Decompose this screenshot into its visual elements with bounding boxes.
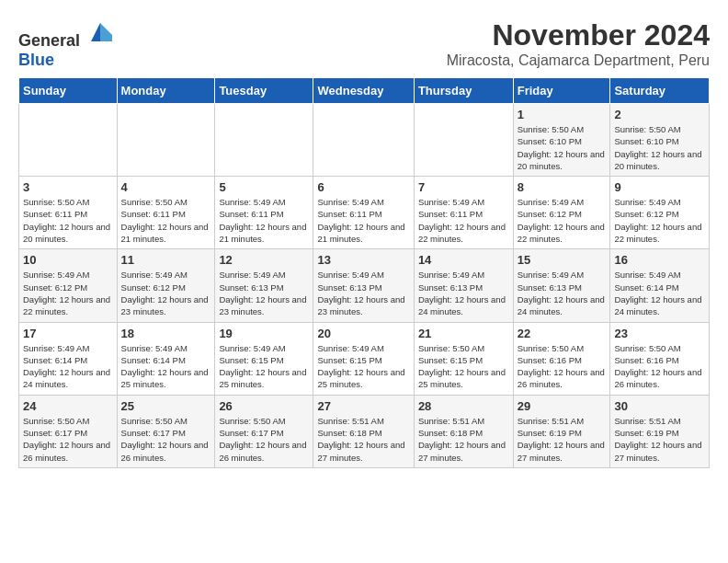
calendar-cell: 29Sunrise: 5:51 AM Sunset: 6:19 PM Dayli…	[513, 395, 610, 467]
day-info: Sunrise: 5:49 AM Sunset: 6:12 PM Dayligh…	[614, 196, 705, 245]
day-info: Sunrise: 5:49 AM Sunset: 6:14 PM Dayligh…	[614, 269, 705, 317]
day-number: 15	[518, 253, 607, 267]
calendar-cell: 17Sunrise: 5:49 AM Sunset: 6:14 PM Dayli…	[19, 322, 118, 395]
calendar-cell: 22Sunrise: 5:50 AM Sunset: 6:16 PM Dayli…	[513, 322, 610, 395]
calendar-cell: 16Sunrise: 5:49 AM Sunset: 6:14 PM Dayli…	[610, 249, 710, 322]
day-info: Sunrise: 5:49 AM Sunset: 6:12 PM Dayligh…	[121, 269, 211, 317]
title-section: November 2024 Miracosta, Cajamarca Depar…	[447, 18, 710, 69]
calendar-cell	[313, 104, 414, 177]
day-number: 7	[418, 180, 509, 194]
svg-marker-1	[100, 23, 112, 41]
day-info: Sunrise: 5:49 AM Sunset: 6:14 PM Dayligh…	[23, 342, 113, 391]
day-info: Sunrise: 5:49 AM Sunset: 6:13 PM Dayligh…	[518, 269, 607, 317]
day-info: Sunrise: 5:50 AM Sunset: 6:16 PM Dayligh…	[614, 342, 705, 391]
day-info: Sunrise: 5:50 AM Sunset: 6:16 PM Dayligh…	[518, 342, 607, 391]
day-number: 2	[614, 108, 705, 121]
day-info: Sunrise: 5:50 AM Sunset: 6:10 PM Dayligh…	[614, 123, 705, 172]
calendar-cell: 18Sunrise: 5:49 AM Sunset: 6:14 PM Dayli…	[117, 322, 215, 395]
calendar-cell: 11Sunrise: 5:49 AM Sunset: 6:12 PM Dayli…	[117, 249, 215, 322]
day-number: 25	[121, 399, 211, 413]
calendar-cell: 20Sunrise: 5:49 AM Sunset: 6:15 PM Dayli…	[313, 322, 414, 395]
day-info: Sunrise: 5:49 AM Sunset: 6:12 PM Dayligh…	[518, 196, 607, 245]
calendar-week-3: 10Sunrise: 5:49 AM Sunset: 6:12 PM Dayli…	[19, 249, 710, 322]
day-number: 12	[219, 253, 309, 267]
day-number: 16	[614, 253, 705, 267]
day-info: Sunrise: 5:50 AM Sunset: 6:11 PM Dayligh…	[121, 196, 211, 245]
day-number: 6	[317, 180, 409, 194]
page-header: General Blue November 2024 Miracosta, Ca…	[18, 18, 710, 70]
day-number: 18	[121, 327, 211, 340]
day-info: Sunrise: 5:49 AM Sunset: 6:12 PM Dayligh…	[23, 269, 113, 317]
day-info: Sunrise: 5:51 AM Sunset: 6:18 PM Dayligh…	[317, 415, 409, 464]
day-number: 17	[23, 327, 113, 340]
calendar-cell: 3Sunrise: 5:50 AM Sunset: 6:11 PM Daylig…	[19, 177, 118, 249]
calendar-cell: 12Sunrise: 5:49 AM Sunset: 6:13 PM Dayli…	[215, 249, 313, 322]
day-number: 26	[219, 399, 309, 413]
calendar-week-5: 24Sunrise: 5:50 AM Sunset: 6:17 PM Dayli…	[19, 395, 710, 467]
day-number: 23	[614, 327, 705, 340]
day-info: Sunrise: 5:50 AM Sunset: 6:17 PM Dayligh…	[121, 415, 211, 464]
day-info: Sunrise: 5:49 AM Sunset: 6:14 PM Dayligh…	[121, 342, 211, 391]
day-info: Sunrise: 5:50 AM Sunset: 6:15 PM Dayligh…	[418, 342, 509, 391]
weekday-header-saturday: Saturday	[610, 78, 710, 104]
calendar-cell	[414, 104, 513, 177]
calendar-cell: 2Sunrise: 5:50 AM Sunset: 6:10 PM Daylig…	[610, 104, 710, 177]
calendar-cell	[117, 104, 215, 177]
logo-text: General Blue	[18, 18, 114, 70]
day-number: 24	[23, 399, 113, 413]
calendar-cell: 1Sunrise: 5:50 AM Sunset: 6:10 PM Daylig…	[513, 104, 610, 177]
calendar-cell: 23Sunrise: 5:50 AM Sunset: 6:16 PM Dayli…	[610, 322, 710, 395]
day-info: Sunrise: 5:50 AM Sunset: 6:17 PM Dayligh…	[23, 415, 113, 464]
calendar-cell: 27Sunrise: 5:51 AM Sunset: 6:18 PM Dayli…	[313, 395, 414, 467]
calendar-cell	[215, 104, 313, 177]
calendar-cell: 5Sunrise: 5:49 AM Sunset: 6:11 PM Daylig…	[215, 177, 313, 249]
day-number: 5	[219, 180, 309, 194]
logo-general: General	[18, 31, 80, 50]
day-info: Sunrise: 5:50 AM Sunset: 6:10 PM Dayligh…	[518, 123, 607, 172]
calendar-cell: 4Sunrise: 5:50 AM Sunset: 6:11 PM Daylig…	[117, 177, 215, 249]
calendar-cell: 30Sunrise: 5:51 AM Sunset: 6:19 PM Dayli…	[610, 395, 710, 467]
calendar-cell: 8Sunrise: 5:49 AM Sunset: 6:12 PM Daylig…	[513, 177, 610, 249]
weekday-header-monday: Monday	[117, 78, 215, 104]
calendar-cell: 25Sunrise: 5:50 AM Sunset: 6:17 PM Dayli…	[117, 395, 215, 467]
day-number: 21	[418, 327, 509, 340]
day-info: Sunrise: 5:49 AM Sunset: 6:11 PM Dayligh…	[317, 196, 409, 245]
day-number: 1	[518, 108, 607, 121]
calendar-week-1: 1Sunrise: 5:50 AM Sunset: 6:10 PM Daylig…	[19, 104, 710, 177]
day-number: 4	[121, 180, 211, 194]
day-info: Sunrise: 5:50 AM Sunset: 6:17 PM Dayligh…	[219, 415, 309, 464]
day-number: 30	[614, 399, 705, 413]
calendar-week-2: 3Sunrise: 5:50 AM Sunset: 6:11 PM Daylig…	[19, 177, 710, 249]
day-number: 13	[317, 253, 409, 267]
day-number: 8	[518, 180, 607, 194]
weekday-header-thursday: Thursday	[414, 78, 513, 104]
calendar-cell: 14Sunrise: 5:49 AM Sunset: 6:13 PM Dayli…	[414, 249, 513, 322]
logo: General Blue	[18, 18, 114, 70]
weekday-header-sunday: Sunday	[19, 78, 118, 104]
day-info: Sunrise: 5:51 AM Sunset: 6:19 PM Dayligh…	[614, 415, 705, 464]
day-number: 29	[518, 399, 607, 413]
day-number: 20	[317, 327, 409, 340]
day-number: 9	[614, 180, 705, 194]
calendar-cell: 24Sunrise: 5:50 AM Sunset: 6:17 PM Dayli…	[19, 395, 118, 467]
day-info: Sunrise: 5:49 AM Sunset: 6:13 PM Dayligh…	[317, 269, 409, 317]
calendar-header-row: SundayMondayTuesdayWednesdayThursdayFrid…	[19, 78, 710, 104]
calendar-cell: 6Sunrise: 5:49 AM Sunset: 6:11 PM Daylig…	[313, 177, 414, 249]
day-number: 14	[418, 253, 509, 267]
calendar-cell: 15Sunrise: 5:49 AM Sunset: 6:13 PM Dayli…	[513, 249, 610, 322]
day-info: Sunrise: 5:49 AM Sunset: 6:11 PM Dayligh…	[418, 196, 509, 245]
day-number: 22	[518, 327, 607, 340]
logo-icon	[86, 18, 114, 46]
calendar-cell: 26Sunrise: 5:50 AM Sunset: 6:17 PM Dayli…	[215, 395, 313, 467]
logo-blue: Blue	[18, 51, 54, 69]
day-number: 3	[23, 180, 113, 194]
weekday-header-friday: Friday	[513, 78, 610, 104]
day-info: Sunrise: 5:51 AM Sunset: 6:19 PM Dayligh…	[518, 415, 607, 464]
day-info: Sunrise: 5:49 AM Sunset: 6:11 PM Dayligh…	[219, 196, 309, 245]
weekday-header-wednesday: Wednesday	[313, 78, 414, 104]
calendar-cell: 9Sunrise: 5:49 AM Sunset: 6:12 PM Daylig…	[610, 177, 710, 249]
day-info: Sunrise: 5:49 AM Sunset: 6:13 PM Dayligh…	[219, 269, 309, 317]
calendar-cell: 19Sunrise: 5:49 AM Sunset: 6:15 PM Dayli…	[215, 322, 313, 395]
calendar-cell: 13Sunrise: 5:49 AM Sunset: 6:13 PM Dayli…	[313, 249, 414, 322]
day-number: 28	[418, 399, 509, 413]
